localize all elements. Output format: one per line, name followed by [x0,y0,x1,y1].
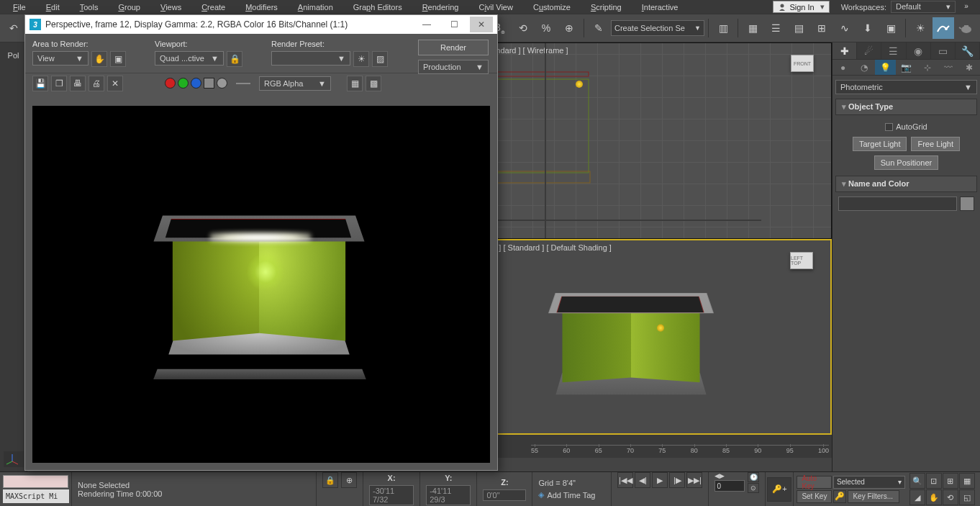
sun-positioner-button[interactable]: Sun Positioner [874,155,939,170]
render-button[interactable]: Render [418,40,489,55]
clone-image-button[interactable]: 🖶 [70,76,86,91]
toggle-overlay-button[interactable]: ▦ [347,76,363,91]
channel-red-button[interactable] [165,78,176,89]
menu-tools[interactable]: Tools [70,1,109,13]
channel-mono-button[interactable] [217,78,227,89]
key-filters-button[interactable]: Key Filters... [848,490,899,503]
menu-graph-editors[interactable]: Graph Editors [343,1,412,13]
display-tab[interactable]: ▭ [931,42,956,59]
zoom-all-button[interactable]: ⊡ [926,473,942,489]
menu-interactive[interactable]: Interactive [632,1,689,13]
angle-snap-button[interactable]: ⟲ [512,17,534,39]
key-target-dropdown[interactable]: Selected▾ [833,476,905,489]
rendered-image-viewport[interactable] [32,106,490,463]
fov-button[interactable]: ◢ [909,489,925,505]
menu-group[interactable]: Group [108,1,150,13]
clear-image-button[interactable]: ✕ [107,76,123,91]
z-coord-value[interactable]: 0'0" [483,489,526,501]
help-expand-icon[interactable]: » [960,2,973,12]
undo-button[interactable]: ↶ [3,17,24,39]
shapes-subtab[interactable]: ◔ [853,60,874,75]
maximize-button[interactable]: ☐ [443,17,466,32]
time-config-button[interactable]: 🕑 [748,472,759,482]
motion-tab[interactable]: ◉ [907,42,931,59]
set-key-big-button[interactable]: 🔑+ [767,477,791,502]
toggle-vfb-button[interactable]: ▩ [366,76,381,91]
hierarchy-tab[interactable]: ☰ [881,42,906,59]
menu-civil-view[interactable]: Civil View [468,1,523,13]
close-button[interactable]: ✕ [470,17,493,32]
auto-key-button[interactable]: Auto Key [797,476,832,489]
autogrid-checkbox[interactable]: AutoGrid [838,121,974,132]
pan-button[interactable]: ✋ [926,489,942,505]
menu-file[interactable]: File [3,1,36,13]
name-color-rollout-header[interactable]: Name and Color [835,176,977,192]
channel-display-dropdown[interactable]: RGB Alpha▼ [259,76,331,91]
render-frame-button[interactable]: ☀ [909,17,931,39]
create-tab[interactable]: ✚ [832,42,857,59]
key-mode-button[interactable]: ⊙ [748,483,759,493]
named-sel-edit-button[interactable]: ✎ [588,17,609,39]
object-type-rollout-header[interactable]: Object Type [835,99,977,115]
print-image-button[interactable]: 🖨 [89,76,104,91]
render-setup-button[interactable]: ▣ [880,17,902,39]
copy-image-button[interactable]: ❐ [51,76,67,91]
zoom-button[interactable]: 🔍 [909,473,925,489]
environment-shortcut-button[interactable]: ▨ [372,51,388,67]
spacewarps-subtab[interactable]: 〰 [938,60,958,75]
light-gizmo-icon[interactable] [576,81,583,88]
next-frame-button[interactable]: |▶ [669,472,685,488]
target-light-button[interactable]: Target Light [853,137,907,151]
play-button[interactable]: ▶ [652,472,668,488]
menu-views[interactable]: Views [150,1,191,13]
lights-subtab[interactable]: 💡 [875,60,896,75]
y-coord-value[interactable]: -41'11 29/3 [426,485,471,505]
max-toggle-button[interactable]: ◱ [959,489,975,505]
selection-lock-button[interactable]: 🔒 [322,472,338,488]
key-filters-icon-button[interactable]: 🔑 [833,490,846,503]
set-key-button[interactable]: Set Key [797,490,832,503]
goto-start-button[interactable]: |◀◀ [617,472,633,488]
maxscript-mini-listener[interactable]: MAXScript Mi [3,489,69,503]
minimize-button[interactable]: — [415,17,438,32]
zoom-extents-button[interactable]: ⊞ [943,473,958,489]
mirror-tool-button[interactable]: ▥ [712,17,734,39]
timeline-scroll-icon[interactable]: ◀▶ [714,472,745,479]
orbit-button[interactable]: ⟲ [943,489,958,505]
script-listener-strip[interactable] [3,475,68,488]
transform-gizmo-button[interactable]: ⊕ [341,472,357,488]
channel-alpha-button[interactable] [204,78,214,89]
channel-blue-button[interactable] [191,78,201,89]
align-tool-button[interactable]: ▦ [742,17,763,39]
render-setup-shortcut-button[interactable]: ☀ [353,51,369,67]
channel-green-button[interactable] [178,78,189,89]
viewport-lock-button[interactable]: 🔒 [227,51,242,67]
free-light-button[interactable]: Free Light [911,137,960,151]
viewport-select-dropdown[interactable]: Quad ...ctive▼ [155,51,224,65]
zoom-extents-all-button[interactable]: ▦ [959,473,975,489]
object-color-swatch[interactable] [960,196,974,211]
render-preset-dropdown[interactable]: ▼ [271,51,350,65]
x-coord-value[interactable]: -30'11 7/32 [369,485,414,505]
modify-tab[interactable]: ☄ [857,42,881,59]
geometry-subtab[interactable]: ● [832,60,853,75]
goto-end-button[interactable]: ▶▶| [686,472,702,488]
workspaces-dropdown[interactable]: Default ▾ [891,1,956,13]
region-edit-button[interactable]: ✋ [91,51,107,67]
percent-snap-button[interactable]: % [535,17,557,39]
material-editor-button[interactable]: ⬇ [857,17,879,39]
schematic-view-button[interactable]: ∿ [834,17,856,39]
current-frame-input[interactable] [714,480,745,492]
save-image-button[interactable]: 💾 [32,76,48,91]
production-dropdown[interactable]: Production▼ [418,60,489,74]
menu-scripting[interactable]: Scripting [581,1,632,13]
render-window-titlebar[interactable]: 3 Perspective, frame 12, Display Gamma: … [25,15,497,34]
systems-subtab[interactable]: ✱ [959,60,980,75]
viewcube-face-label[interactable]: LEFT TOP [790,252,813,269]
cameras-subtab[interactable]: 📷 [896,60,917,75]
spinner-snap-button[interactable]: ⊕ [558,17,580,39]
viewcube[interactable]: LEFT TOP [780,248,823,276]
curve-editor-button[interactable]: ⊞ [811,17,832,39]
helpers-subtab[interactable]: ⊹ [917,60,938,75]
menu-edit[interactable]: Edit [36,1,70,13]
